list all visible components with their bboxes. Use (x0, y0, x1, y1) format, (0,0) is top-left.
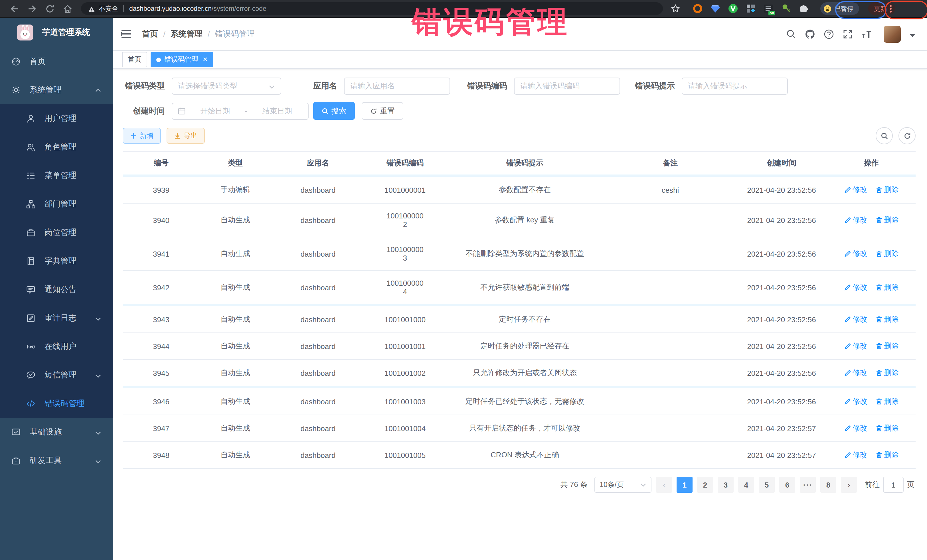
sidebar-item-code[interactable]: 错误码管理 (0, 390, 113, 418)
tag-active[interactable]: 错误码管理✕ (150, 52, 213, 67)
extension-list-on-icon[interactable]: on (763, 3, 774, 14)
page-button-3[interactable]: 3 (718, 477, 734, 493)
github-icon[interactable] (805, 29, 815, 39)
sidebar-item-infrastructure[interactable]: 基础设施 (0, 418, 113, 446)
page-button-4[interactable]: 4 (738, 477, 754, 493)
error-code-input[interactable]: 请输入错误码编码 (514, 77, 620, 95)
cell-id: 3941 (123, 237, 200, 270)
breadcrumb-current: 错误码管理 (215, 29, 255, 39)
reset-button[interactable]: 重置 (362, 102, 403, 120)
sidebar-item-dashboard[interactable]: 首页 (0, 47, 113, 76)
forward-icon[interactable] (27, 4, 37, 14)
tag-item[interactable]: 首页 (122, 52, 147, 67)
sidebar-item-label: 通知公告 (44, 285, 76, 295)
extension-blue-gem-icon[interactable] (710, 3, 720, 14)
sidebar-item-post[interactable]: 岗位管理 (0, 219, 113, 247)
app-title: 芋道管理系统 (42, 27, 90, 38)
fullscreen-icon[interactable] (843, 29, 853, 39)
breadcrumb-system[interactable]: 系统管理 (170, 29, 202, 39)
user-avatar[interactable] (884, 25, 901, 42)
back-icon[interactable] (10, 4, 20, 14)
sidebar-item-roles[interactable]: 角色管理 (0, 133, 113, 161)
edit-link[interactable]: 修改 (844, 185, 868, 195)
reload-icon[interactable] (45, 4, 55, 14)
help-icon[interactable] (824, 29, 834, 39)
delete-link[interactable]: 删除 (875, 249, 899, 259)
delete-link[interactable]: 删除 (875, 215, 899, 225)
hide-search-button[interactable] (876, 127, 893, 144)
home-icon[interactable] (63, 4, 73, 14)
goto-page-input[interactable]: 1 (883, 477, 904, 493)
app-name-input[interactable]: 请输入应用名 (344, 77, 450, 95)
date-range-picker[interactable]: 开始日期 - 结束日期 (172, 102, 308, 120)
search-button[interactable]: 搜索 (313, 102, 355, 120)
refresh-table-button[interactable] (898, 127, 916, 144)
filter-row-2: 创建时间 开始日期 - 结束日期 搜索 重置 (123, 102, 916, 120)
header-search-icon[interactable] (786, 29, 796, 39)
delete-link[interactable]: 删除 (875, 396, 899, 407)
error-type-select[interactable]: 请选择错误码类型 (172, 77, 281, 95)
page-size-select[interactable]: 10条/页 (594, 477, 652, 493)
browser-profile-chip[interactable]: 已暂停 (820, 2, 859, 15)
chevron-down-icon (95, 457, 102, 464)
extension-orange-ring-icon[interactable] (693, 3, 703, 14)
sidebar-item-org-tree[interactable]: 部门管理 (0, 190, 113, 219)
sidebar: 芋道管理系统 首页系统管理用户管理角色管理菜单管理部门管理岗位管理字典管理通知公… (0, 18, 113, 560)
sidebar-item-audit-log[interactable]: 审计日志 (0, 304, 113, 332)
font-size-icon[interactable] (862, 29, 872, 39)
hamburger-icon[interactable] (121, 29, 132, 39)
error-message-input[interactable]: 请输入错误码提示 (682, 77, 788, 95)
delete-link[interactable]: 删除 (875, 423, 899, 433)
bookmark-star-icon[interactable] (671, 4, 680, 13)
extension-green-v-icon[interactable] (728, 3, 738, 14)
sidebar-item-sms[interactable]: 短信管理 (0, 361, 113, 390)
page-button-8[interactable]: 8 (820, 477, 836, 493)
page-button-1[interactable]: 1 (676, 477, 693, 493)
app-logo[interactable]: 芋道管理系统 (0, 18, 113, 47)
sidebar-item-devtools[interactable]: 研发工具 (0, 446, 113, 475)
edit-link[interactable]: 修改 (844, 249, 868, 259)
table-header-row: 编号类型应用名错误码编码错误码提示备注创建时间操作 (123, 152, 916, 176)
export-button[interactable]: 导出 (167, 128, 205, 144)
edit-link[interactable]: 修改 (844, 314, 868, 325)
extension-grid-icon[interactable] (746, 3, 756, 14)
delete-link[interactable]: 删除 (875, 185, 899, 195)
more-pages-button[interactable]: ··· (800, 477, 816, 493)
sidebar-item-menu-tree[interactable]: 菜单管理 (0, 161, 113, 190)
page-button-5[interactable]: 5 (759, 477, 775, 493)
edit-link[interactable]: 修改 (844, 215, 868, 225)
address-bar[interactable]: 不安全 dashboard.yudao.iocoder.cn/system/er… (81, 2, 663, 15)
edit-link[interactable]: 修改 (844, 368, 868, 378)
extensions-puzzle-icon[interactable] (799, 3, 809, 14)
cell-actions: 修改删除 (827, 237, 916, 270)
breadcrumb-home[interactable]: 首页 (142, 29, 158, 39)
next-page-button[interactable]: › (841, 477, 857, 493)
navbar-actions (786, 25, 916, 42)
browser-menu-icon[interactable] (890, 5, 892, 12)
delete-link[interactable]: 删除 (875, 341, 899, 351)
edit-link[interactable]: 修改 (844, 450, 868, 460)
chevron-down-icon[interactable] (909, 31, 916, 37)
page-button-2[interactable]: 2 (697, 477, 713, 493)
add-button[interactable]: 新增 (123, 128, 161, 144)
delete-link[interactable]: 删除 (875, 282, 899, 293)
prev-page-button[interactable]: ‹ (656, 477, 672, 493)
edit-link[interactable]: 修改 (844, 341, 868, 351)
sidebar-item-user[interactable]: 用户管理 (0, 104, 113, 133)
edit-link[interactable]: 修改 (844, 423, 868, 433)
delete-link[interactable]: 删除 (875, 450, 899, 460)
cell-message: 只有开启状态的任务，才可以修改 (445, 415, 605, 442)
page-button-6[interactable]: 6 (779, 477, 795, 493)
sidebar-item-announcement[interactable]: 通知公告 (0, 275, 113, 304)
cell-code: 1001001005 (365, 442, 445, 469)
extension-green-key-icon[interactable] (781, 3, 791, 14)
edit-link[interactable]: 修改 (844, 282, 868, 293)
tag-close-icon[interactable]: ✕ (202, 56, 208, 63)
sidebar-item-gear[interactable]: 系统管理 (0, 76, 113, 104)
browser-update-button[interactable]: 更新 (868, 2, 895, 15)
delete-link[interactable]: 删除 (875, 314, 899, 325)
sidebar-item-online-user[interactable]: 在线用户 (0, 332, 113, 361)
edit-link[interactable]: 修改 (844, 396, 868, 407)
sidebar-item-dictionary[interactable]: 字典管理 (0, 247, 113, 275)
delete-link[interactable]: 删除 (875, 368, 899, 378)
